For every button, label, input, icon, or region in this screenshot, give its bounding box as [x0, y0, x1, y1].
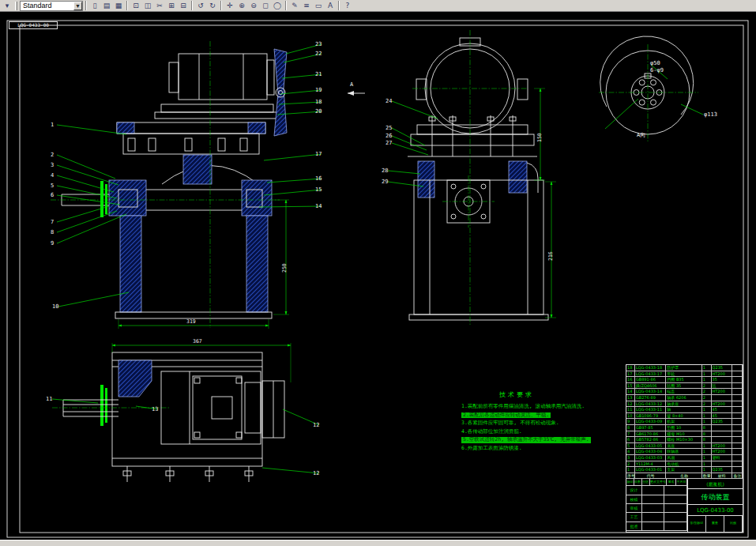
bom-cell: 毡 — [712, 383, 733, 389]
copy-icon[interactable]: ⊞ — [166, 1, 177, 11]
bom-cell: HT200 — [712, 443, 733, 449]
signature-row: 批准 — [626, 522, 687, 531]
edit-icon[interactable]: ✎ — [289, 1, 300, 11]
bom-cell — [732, 395, 743, 401]
bom-cell: 机架 — [666, 419, 701, 424]
title-area: (磨浆机) 传动装置 LQG-0433-00 阶段标记重量比例 — [688, 479, 743, 532]
cut-icon[interactable]: ✂ — [154, 1, 165, 11]
pan-icon[interactable]: ✛ — [224, 1, 235, 11]
signature-cell: 设计 — [626, 486, 642, 495]
bom-cell — [732, 449, 743, 454]
bom-cell: 1 — [702, 449, 712, 454]
bom-cell: HT200 — [712, 389, 733, 394]
signature-cell — [642, 504, 665, 513]
bom-cell: 17 — [626, 371, 635, 377]
bom-cell — [732, 467, 743, 473]
open-icon[interactable]: ▤ — [101, 1, 112, 11]
bom-cell — [732, 365, 743, 371]
bom-cell: GB1096-79 — [635, 413, 666, 419]
drawing-code: LQG-0433-00 — [688, 505, 743, 516]
bom-cell: 键 8×40 — [666, 413, 701, 419]
bom-cell: 带轮 — [666, 371, 701, 377]
text-style-icon[interactable]: A — [325, 1, 336, 11]
bom-cell: Y112M-4 — [635, 461, 666, 467]
zoom-window-icon[interactable]: ◻ — [260, 1, 271, 11]
bom-cell — [712, 431, 733, 437]
signature-row: 审核 — [626, 504, 687, 513]
signature-cell — [642, 486, 665, 495]
toolbar-separator — [220, 1, 222, 10]
bom-cell: 13 — [626, 395, 635, 401]
bom-cell: 风扇 — [666, 455, 701, 461]
bom-cell: 1 — [702, 377, 712, 382]
zoom-extents-icon[interactable]: ◯ — [272, 1, 283, 11]
side-view — [408, 30, 556, 326]
signature-cell — [664, 495, 687, 504]
bom-cell: Q235 — [712, 419, 733, 424]
bom-cell: LQG-0433-01 — [635, 467, 666, 473]
layers-icon[interactable]: ≡ — [301, 1, 312, 11]
bom-cell: 1 — [702, 407, 712, 412]
print-preview-icon[interactable]: ◫ — [142, 1, 153, 11]
help-icon[interactable]: ? — [342, 1, 353, 11]
redo-icon[interactable]: ↻ — [207, 1, 218, 11]
bom-cell — [712, 395, 733, 401]
note-line: 5.空载试运转2h, 轴承温升不大于35℃, 无异常噪声. — [461, 437, 591, 443]
title-name: 传动装置 — [688, 489, 743, 505]
bom-cell — [712, 425, 733, 431]
signature-row: 设计 — [626, 486, 687, 495]
bom-cell: 8 — [702, 425, 712, 431]
undo-icon[interactable]: ↺ — [195, 1, 206, 11]
note-line: 3.各紧固件应牢固可靠, 不得有松动现象. — [461, 420, 618, 427]
bom-cell: 8 — [626, 425, 635, 431]
bom-row: 11LQG-0433-11轴145 — [626, 407, 743, 413]
bom-cell: 10 — [626, 413, 635, 419]
bom-cell: GB5782-86 — [635, 437, 666, 442]
toolbar-grip[interactable] — [15, 2, 17, 10]
front-view — [51, 41, 289, 329]
bom-cell — [732, 401, 743, 407]
bom-cell: Q235 — [712, 467, 733, 473]
signature-cell: 审核 — [626, 504, 642, 513]
signature-cell — [664, 486, 687, 495]
bom-cell: 45 — [712, 407, 733, 412]
bom-cell: 2 — [702, 401, 712, 407]
new-icon[interactable]: ▯ — [89, 1, 100, 11]
style-combobox[interactable]: Standard ▼ — [20, 1, 83, 11]
drawing-canvas[interactable]: LQG-0433-00 1234567891023222119182017161… — [0, 0, 756, 546]
title-subtitle: (磨浆机) — [688, 479, 743, 489]
properties-icon[interactable]: ▭ — [313, 1, 324, 11]
signature-row: 校核 — [626, 495, 687, 504]
notes-lines: 1.装配前所有零件用煤油清洗, 滚动轴承用汽油清洗.2.装配后各运动件应转动灵活… — [461, 404, 618, 451]
bom-cell: Q235 — [712, 365, 733, 371]
title-extra-cell: 重量 — [706, 516, 724, 532]
bom-cell: 序号 — [626, 473, 635, 479]
bom-cell: 9 — [626, 419, 635, 424]
zoom-in-icon[interactable]: ⊕ — [236, 1, 247, 11]
revision-field: 更改文件号 — [650, 479, 668, 486]
bom-cell: 2 — [626, 461, 635, 467]
chevron-down-icon[interactable]: ▼ — [73, 2, 82, 10]
paste-icon[interactable]: ⊟ — [178, 1, 189, 11]
bom-cell: 2 — [702, 389, 712, 394]
bom-cell: 7 — [626, 431, 635, 437]
signature-cell — [642, 522, 665, 531]
bom-cell — [732, 437, 743, 442]
bom-cell — [732, 377, 743, 382]
bom-row: 16GB891-86挡圈 B35135 — [626, 377, 743, 383]
bom-cell: 1 — [702, 419, 712, 424]
bom-cell: 底座 — [666, 443, 701, 449]
revision-field: 年月日 — [676, 479, 687, 486]
save-icon[interactable]: ▦ — [113, 1, 124, 11]
title-block-bottom: 标记处数分区更改文件号签名年月日 设计校核审核工艺批准 (磨浆机) 传动装置 L… — [626, 479, 743, 532]
bom-cell — [732, 419, 743, 424]
revision-field: 签名 — [667, 479, 676, 486]
bom-cell: 端盖 — [666, 389, 701, 394]
print-icon[interactable]: ⊡ — [130, 1, 141, 11]
note-line: 2.装配后各运动件应转动灵活、平稳. — [461, 412, 551, 419]
bom-cell: 1 — [702, 455, 712, 461]
toolbar-dock-arrow-icon[interactable]: ▾ — [2, 1, 13, 11]
bom-cell: 16 — [626, 377, 635, 382]
bom-cell: HT200 — [712, 449, 733, 454]
zoom-out-icon[interactable]: ⊖ — [248, 1, 259, 11]
